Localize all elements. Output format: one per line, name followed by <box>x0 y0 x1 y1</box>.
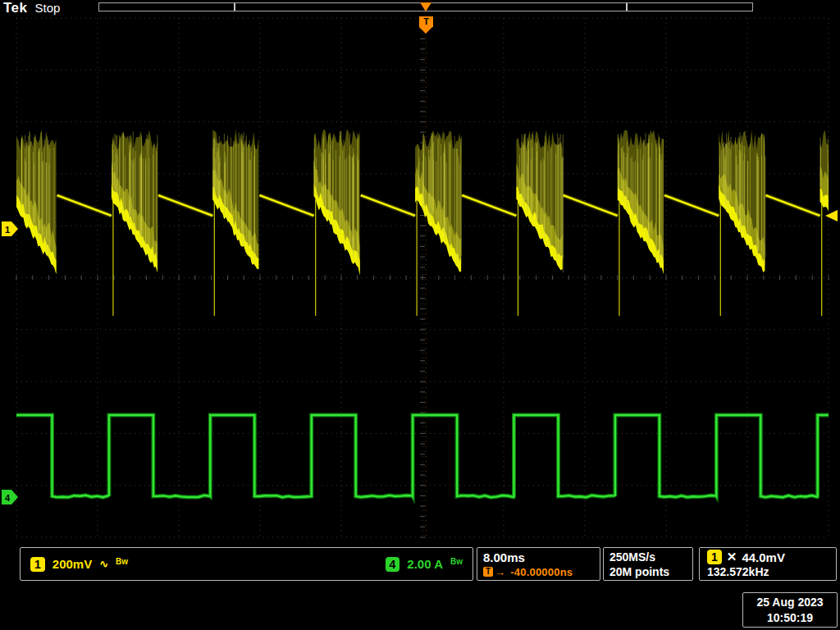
trigger-readout[interactable]: 1 ✕ 44.0mV 132.572kHz <box>699 547 837 581</box>
date-label: 25 Aug 2023 <box>756 595 823 610</box>
sample-rate: 250MS/s <box>609 550 655 564</box>
ch1-position-marker[interactable]: 1 <box>2 221 18 236</box>
ch1-badge[interactable]: 1 <box>30 557 45 572</box>
ch4-scale: 2.00 A <box>407 557 443 571</box>
trigger-arrow-icon: → <box>495 566 505 578</box>
ch1-coupling-icon: ∿ <box>99 558 108 570</box>
waveforms <box>8 129 840 497</box>
record-window-tick-right <box>626 3 628 11</box>
ch4-bandwidth-icon: Bw <box>450 557 463 566</box>
datetime-box: 25 Aug 2023 10:50:19 <box>742 592 838 628</box>
trigger-position-value: -40.00000ns <box>510 566 573 578</box>
trigger-frequency: 132.572kHz <box>707 565 769 578</box>
trigger-position-flag[interactable]: T <box>419 16 433 27</box>
markers-layer: 14 <box>2 210 838 504</box>
record-length: 20M points <box>609 565 669 578</box>
ch1-bandwidth-icon: Bw <box>116 557 128 566</box>
ch1-readout[interactable]: 1 200mV ∿ Bw <box>30 557 128 572</box>
trigger-level-marker[interactable] <box>825 210 838 221</box>
top-status-bar: TekStop <box>3 0 60 16</box>
horizontal-readout[interactable]: 8.00ms T → -40.00000ns <box>477 547 600 581</box>
record-window-tick-left <box>234 3 235 11</box>
trigger-slope-icon: ✕ <box>727 550 737 564</box>
tek-logo: Tek <box>3 0 28 16</box>
ch1-scale: 200mV <box>52 557 92 571</box>
channel-readouts[interactable]: 1 200mV ∿ Bw 4 2.00 A Bw <box>20 547 473 581</box>
trigger-level: 44.0mV <box>742 550 785 564</box>
acquisition-readout[interactable]: 250MS/s 20M points <box>603 547 693 581</box>
oscilloscope-screen: 14 TekStop T 1 200mV ∿ Bw 4 2.00 A Bw 8.… <box>0 0 840 630</box>
time-label: 10:50:19 <box>767 610 813 626</box>
svg-text:1: 1 <box>5 225 10 235</box>
trigger-t-icon: T <box>483 567 493 577</box>
trigger-source-badge[interactable]: 1 <box>707 550 722 564</box>
ch4-badge[interactable]: 4 <box>386 557 400 572</box>
graticule <box>16 18 829 537</box>
svg-text:4: 4 <box>5 493 11 503</box>
trigger-flag-point-icon <box>419 27 432 34</box>
trigger-position-arrow-icon[interactable] <box>420 2 431 11</box>
acquisition-status: Stop <box>35 1 61 15</box>
ch4-position-marker[interactable]: 4 <box>2 490 18 504</box>
ch4-readout[interactable]: 4 2.00 A Bw <box>386 557 463 572</box>
horizontal-scale: 8.00ms <box>483 550 525 564</box>
scope-display: 14 <box>0 0 840 630</box>
